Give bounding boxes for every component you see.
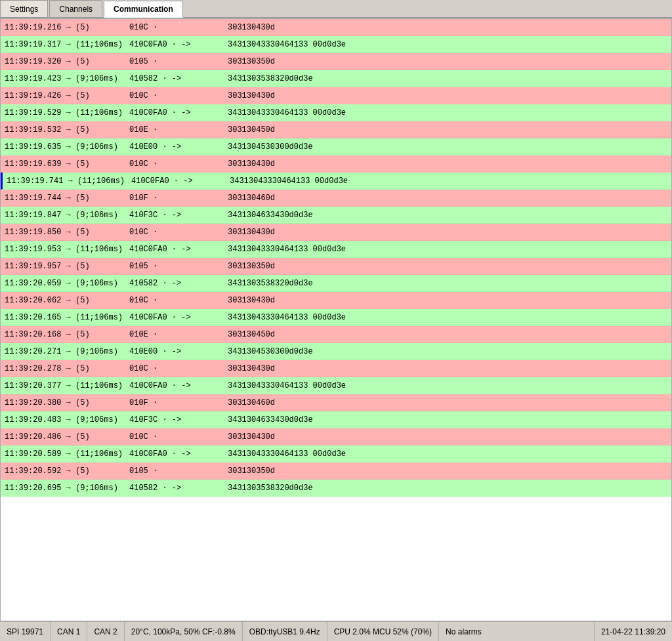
log-data: 34313043330464133 00d0d3e bbox=[230, 176, 667, 186]
log-code: 0105 · bbox=[129, 57, 228, 66]
tab-communication[interactable]: Communication bbox=[104, 1, 183, 18]
log-code: 410582 · -> bbox=[129, 74, 228, 83]
log-time: 11:39:20.380 → (5) bbox=[5, 398, 129, 407]
log-time: 11:39:19.426 → (5) bbox=[5, 91, 129, 100]
log-row: 11:39:19.957 → (5)0105 ·303130350d bbox=[1, 258, 671, 275]
log-code: 010C · bbox=[129, 91, 228, 100]
log-time: 11:39:19.529 → (11;106ms) bbox=[5, 108, 129, 117]
log-data: 303130430d bbox=[228, 91, 667, 100]
log-data: 303130430d bbox=[228, 159, 667, 169]
log-time: 11:39:19.957 → (5) bbox=[5, 262, 129, 271]
log-time: 11:39:20.059 → (9;106ms) bbox=[5, 279, 129, 288]
log-time: 11:39:19.953 → (11;106ms) bbox=[5, 245, 129, 254]
log-row: 11:39:20.271 → (9;106ms)410E00 · ->34313… bbox=[1, 343, 671, 360]
log-time: 11:39:19.847 → (9;106ms) bbox=[5, 211, 129, 220]
log-row: 11:39:19.847 → (9;106ms)410F3C · ->34313… bbox=[1, 207, 671, 224]
log-data: 303130350d bbox=[228, 466, 667, 476]
log-row: 11:39:19.744 → (5)010F ·303130460d bbox=[1, 190, 671, 207]
log-data: 303130430d bbox=[228, 364, 667, 373]
log-code: 0105 · bbox=[129, 466, 228, 476]
log-code: 010C · bbox=[129, 23, 228, 32]
log-row: 11:39:20.486 → (5)010C ·303130430d bbox=[1, 428, 671, 445]
log-row: 11:39:19.423 → (9;106ms)410582 · ->34313… bbox=[1, 70, 671, 87]
log-code: 410C0FA0 · -> bbox=[131, 176, 230, 186]
log-time: 11:39:20.377 → (11;106ms) bbox=[5, 381, 129, 390]
log-row: 11:39:20.059 → (9;106ms)410582 · ->34313… bbox=[1, 275, 671, 292]
log-code: 410C0FA0 · -> bbox=[129, 381, 228, 390]
log-data: 3431304633430d0d3e bbox=[228, 415, 667, 424]
log-data: 303130430d bbox=[228, 228, 667, 237]
log-code: 410582 · -> bbox=[129, 279, 228, 288]
app-container: Settings Channels Communication 11:39:19… bbox=[0, 0, 672, 641]
log-data: 34313043330464133 00d0d3e bbox=[228, 40, 667, 49]
log-time: 11:39:19.423 → (9;106ms) bbox=[5, 74, 129, 83]
log-code: 010E · bbox=[129, 330, 228, 339]
log-data: 3431303538320d0d3e bbox=[228, 279, 667, 288]
log-code: 010F · bbox=[129, 194, 228, 203]
log-data: 34313043330464133 00d0d3e bbox=[228, 108, 667, 117]
log-time: 11:39:20.592 → (5) bbox=[5, 466, 129, 476]
log-row: 11:39:20.483 → (9;106ms)410F3C · ->34313… bbox=[1, 411, 671, 428]
log-time: 11:39:19.741 → (11;106ms) bbox=[7, 176, 131, 186]
log-row: 11:39:19.741 → (11;106ms)410C0FA0 · ->34… bbox=[1, 173, 671, 190]
log-row: 11:39:19.850 → (5)010C ·303130430d bbox=[1, 224, 671, 241]
log-time: 11:39:20.483 → (9;106ms) bbox=[5, 415, 129, 424]
log-row: 11:39:19.216 → (5)010C ·303130430d bbox=[1, 19, 671, 36]
log-time: 11:39:20.165 → (11;106ms) bbox=[5, 313, 129, 322]
log-data: 303130350d bbox=[228, 262, 667, 271]
log-code: 410C0FA0 · -> bbox=[129, 108, 228, 117]
log-code: 010F · bbox=[129, 398, 228, 407]
status-sensors: 20°C, 100kPa, 50% CF:-0.8% bbox=[125, 622, 243, 641]
status-alarms: No alarms bbox=[439, 622, 595, 641]
log-row: 11:39:20.062 → (5)010C ·303130430d bbox=[1, 292, 671, 309]
log-code: 410582 · -> bbox=[129, 484, 228, 493]
log-row: 11:39:20.592 → (5)0105 ·303130350d bbox=[1, 463, 671, 480]
log-data: 303130430d bbox=[228, 23, 667, 32]
log-row: 11:39:20.380 → (5)010F ·303130460d bbox=[1, 394, 671, 411]
tab-settings[interactable]: Settings bbox=[0, 0, 48, 17]
log-data: 34313043330464133 00d0d3e bbox=[228, 381, 667, 390]
status-bar: SPI 19971 CAN 1 CAN 2 20°C, 100kPa, 50% … bbox=[0, 621, 672, 641]
log-time: 11:39:20.062 → (5) bbox=[5, 296, 129, 305]
log-time: 11:39:20.168 → (5) bbox=[5, 330, 129, 339]
log-code: 010C · bbox=[129, 364, 228, 373]
log-code: 010C · bbox=[129, 228, 228, 237]
log-time: 11:39:19.744 → (5) bbox=[5, 194, 129, 203]
log-row: 11:39:19.953 → (11;106ms)410C0FA0 · ->34… bbox=[1, 241, 671, 258]
log-code: 410E00 · -> bbox=[129, 142, 228, 152]
status-can2: CAN 2 bbox=[87, 622, 124, 641]
log-row: 11:39:19.635 → (9;106ms)410E00 · ->34313… bbox=[1, 138, 671, 155]
log-time: 11:39:20.695 → (9;106ms) bbox=[5, 484, 129, 493]
communication-log[interactable]: 11:39:19.216 → (5)010C ·303130430d11:39:… bbox=[0, 18, 672, 621]
log-data: 34313043330464133 00d0d3e bbox=[228, 313, 667, 322]
log-code: 010C · bbox=[129, 296, 228, 305]
log-code: 010E · bbox=[129, 125, 228, 134]
log-data: 303130460d bbox=[228, 398, 667, 407]
status-datetime: 21-04-22 11:39:20 bbox=[595, 622, 672, 641]
tab-channels[interactable]: Channels bbox=[49, 0, 102, 17]
log-code: 410C0FA0 · -> bbox=[129, 40, 228, 49]
log-code: 410F3C · -> bbox=[129, 415, 228, 424]
log-row: 11:39:19.317 → (11;106ms)410C0FA0 · ->34… bbox=[1, 36, 671, 53]
log-code: 010C · bbox=[129, 159, 228, 169]
log-time: 11:39:20.589 → (11;106ms) bbox=[5, 449, 129, 459]
log-data: 34313043330464133 00d0d3e bbox=[228, 245, 667, 254]
log-row: 11:39:20.165 → (11;106ms)410C0FA0 · ->34… bbox=[1, 309, 671, 326]
status-spi: SPI 19971 bbox=[0, 622, 51, 641]
log-time: 11:39:20.486 → (5) bbox=[5, 432, 129, 442]
log-code: 410E00 · -> bbox=[129, 347, 228, 356]
log-code: 410C0FA0 · -> bbox=[129, 313, 228, 322]
log-time: 11:39:19.216 → (5) bbox=[5, 23, 129, 32]
log-row: 11:39:19.426 → (5)010C ·303130430d bbox=[1, 87, 671, 104]
tabs-bar: Settings Channels Communication bbox=[0, 0, 672, 18]
log-time: 11:39:20.271 → (9;106ms) bbox=[5, 347, 129, 356]
log-data: 303130450d bbox=[228, 330, 667, 339]
log-data: 34313043330464133 00d0d3e bbox=[228, 449, 667, 459]
log-code: 0105 · bbox=[129, 262, 228, 271]
log-code: 410C0FA0 · -> bbox=[129, 449, 228, 459]
log-data: 3431304530300d0d3e bbox=[228, 347, 667, 356]
log-row: 11:39:20.168 → (5)010E ·303130450d bbox=[1, 326, 671, 343]
log-row: 11:39:19.320 → (5)0105 ·303130350d bbox=[1, 53, 671, 70]
log-data: 3431304633430d0d3e bbox=[228, 211, 667, 220]
log-data: 3431303538320d0d3e bbox=[228, 74, 667, 83]
